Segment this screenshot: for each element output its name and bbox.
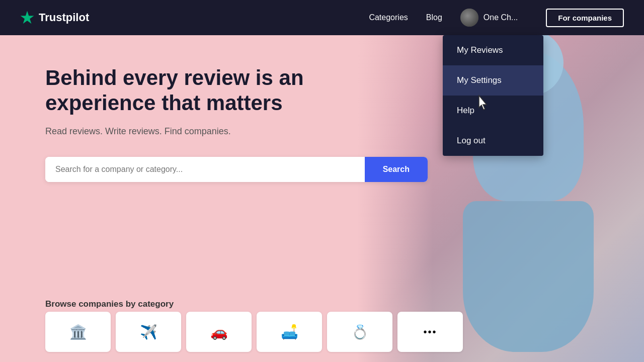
user-name: One Ch... (484, 13, 518, 22)
category-card-more[interactable]: ••• (397, 312, 463, 352)
logo-star-icon: ★ (20, 9, 34, 27)
nav-blog[interactable]: Blog (426, 13, 442, 22)
hero-title: Behind every review is an experience tha… (45, 65, 387, 116)
travel-icon: ✈️ (140, 324, 157, 340)
hero-section: Behind every review is an experience tha… (0, 35, 644, 362)
jewelry-icon: 💍 (351, 324, 369, 340)
avatar (460, 9, 478, 27)
dropdown-item-help[interactable]: Help (443, 96, 543, 126)
logo[interactable]: ★ Trustpilot (20, 9, 89, 27)
search-button[interactable]: Search (365, 157, 428, 182)
search-bar: Search (45, 157, 428, 182)
header-nav: Categories Blog One Ch... For companies (369, 9, 624, 27)
browse-title: Browse companies by category (45, 299, 174, 309)
auto-icon: 🚗 (210, 324, 228, 340)
more-icon: ••• (423, 326, 437, 338)
logo-text: Trustpilot (39, 11, 89, 24)
nav-categories[interactable]: Categories (369, 13, 408, 22)
furniture-icon: 🛋️ (281, 324, 298, 340)
dropdown-item-log-out[interactable]: Log out (443, 126, 543, 156)
category-card-furniture[interactable]: 🛋️ (257, 312, 322, 352)
banks-icon: 🏛️ (69, 324, 87, 340)
category-card-travel[interactable]: ✈️ (116, 312, 181, 352)
hero-content: Behind every review is an experience tha… (45, 65, 423, 182)
user-menu-trigger[interactable]: One Ch... (460, 9, 518, 27)
avatar-image (460, 9, 478, 27)
search-input[interactable] (45, 157, 365, 182)
dropdown-item-my-reviews[interactable]: My Reviews (443, 35, 543, 65)
category-card-auto[interactable]: 🚗 (186, 312, 252, 352)
for-companies-button[interactable]: For companies (546, 9, 624, 27)
dropdown-item-my-settings[interactable]: My Settings (443, 65, 543, 96)
header: ★ Trustpilot Categories Blog One Ch... F… (0, 0, 644, 35)
user-dropdown-menu: My Reviews My Settings Help Log out (443, 35, 543, 156)
hero-subtitle: Read reviews. Write reviews. Find compan… (45, 126, 423, 137)
category-card-jewelry[interactable]: 💍 (327, 312, 392, 352)
category-cards: 🏛️ ✈️ 🚗 🛋️ 💍 ••• (45, 312, 463, 352)
category-card-banks[interactable]: 🏛️ (45, 312, 111, 352)
